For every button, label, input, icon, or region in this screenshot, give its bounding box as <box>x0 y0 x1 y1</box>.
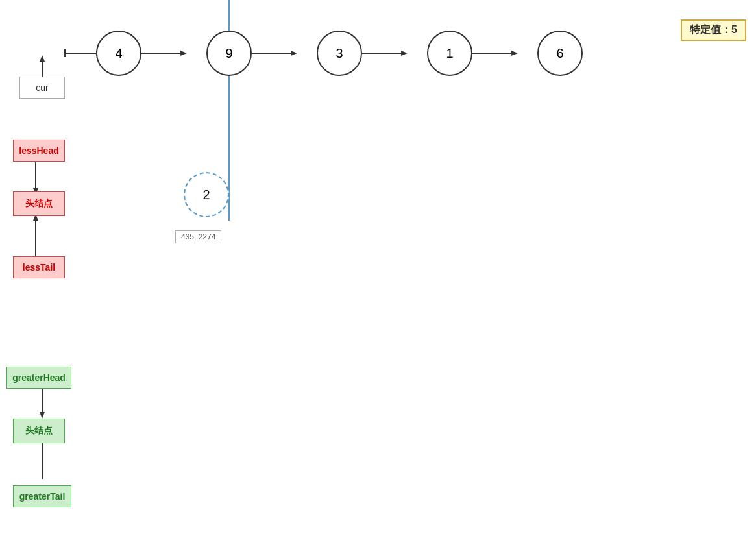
less-head-label: lessHead <box>13 140 65 162</box>
greater-tail-label: greaterTail <box>13 485 71 507</box>
arrows-svg <box>0 0 756 549</box>
node-3: 3 <box>317 30 362 76</box>
svg-marker-7 <box>401 51 408 56</box>
detached-node-2: 2 <box>184 172 229 217</box>
node-9: 9 <box>206 30 252 76</box>
svg-marker-9 <box>511 51 518 56</box>
svg-marker-14 <box>40 55 45 62</box>
less-head-node: 头结点 <box>13 191 65 216</box>
node-1: 1 <box>427 30 472 76</box>
cur-box: cur <box>19 77 65 99</box>
svg-marker-3 <box>180 51 187 56</box>
special-value-box: 特定值：5 <box>681 19 746 41</box>
node-4: 4 <box>96 30 141 76</box>
greater-head-node: 头结点 <box>13 419 65 443</box>
less-tail-label: lessTail <box>13 256 65 278</box>
coords-label: 435, 2274 <box>175 230 221 243</box>
svg-marker-5 <box>291 51 297 56</box>
svg-marker-20 <box>40 412 45 419</box>
greater-head-label: greaterHead <box>6 367 71 389</box>
node-6: 6 <box>537 30 583 76</box>
